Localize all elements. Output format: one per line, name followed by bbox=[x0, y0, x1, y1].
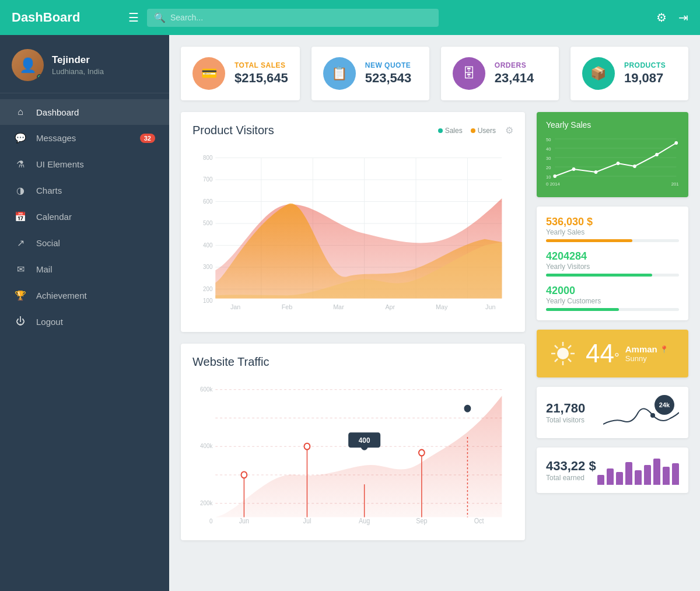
weather-unit: ° bbox=[614, 351, 620, 366]
svg-text:2014: 2014 bbox=[550, 181, 561, 187]
sidebar-nav: ⌂ Dashboard 💬 Messages 32 ⚗ UI Elements … bbox=[0, 93, 169, 340]
svg-line-81 bbox=[555, 359, 558, 362]
yearly-visitors-stat: 4204284 Yearly Visitors bbox=[546, 250, 679, 277]
sidebar-label-mail: Mail bbox=[36, 264, 155, 274]
svg-text:Oct: Oct bbox=[474, 517, 485, 525]
earned-bars-chart bbox=[597, 456, 679, 485]
sidebar-item-mail[interactable]: ✉ Mail bbox=[0, 256, 169, 282]
sidebar-label-ui-elements: UI Elements bbox=[36, 159, 155, 169]
earned-bar bbox=[663, 467, 670, 485]
yearly-stats-card: 536,030 $ Yearly Sales 4204284 Yearly Vi… bbox=[537, 207, 688, 320]
sidebar-item-dashboard[interactable]: ⌂ Dashboard bbox=[0, 99, 169, 125]
earned-bar bbox=[616, 472, 623, 485]
sidebar-icon-social: ↗ bbox=[14, 237, 27, 249]
user-location: Ludhiana, India bbox=[52, 67, 104, 76]
svg-text:2016: 2016 bbox=[671, 181, 679, 187]
earned-value: 433,22 $ bbox=[546, 459, 597, 474]
sidebar-label-social: Social bbox=[36, 238, 155, 248]
product-visitors-title: Product Visitors bbox=[192, 124, 274, 137]
weather-city: Amman bbox=[625, 344, 657, 354]
sidebar: 👤 Tejinder Ludhiana, India ⌂ Dashboard 💬… bbox=[0, 35, 169, 591]
stat-value-new-quote: 523,543 bbox=[365, 71, 412, 86]
sidebar-item-logout[interactable]: ⏻ Logout bbox=[0, 309, 169, 334]
stat-label-orders: ORDERS bbox=[495, 61, 534, 69]
sidebar-item-messages[interactable]: 💬 Messages 32 bbox=[0, 125, 169, 151]
svg-text:0: 0 bbox=[546, 181, 549, 187]
svg-point-49 bbox=[465, 405, 471, 412]
svg-text:Feb: Feb bbox=[282, 303, 293, 310]
sidebar-label-logout: Logout bbox=[36, 317, 155, 327]
svg-text:600: 600 bbox=[203, 198, 213, 204]
svg-text:500: 500 bbox=[203, 220, 213, 226]
stat-icon-total-sales: 💳 bbox=[192, 57, 225, 90]
menu-icon[interactable]: ☰ bbox=[128, 11, 139, 25]
avatar: 👤 bbox=[12, 49, 44, 81]
svg-text:100: 100 bbox=[203, 298, 213, 304]
user-name: Tejinder bbox=[52, 54, 104, 66]
topnav: DashBoard ☰ 🔍 ⚙ ⇥ bbox=[0, 0, 700, 35]
search-icon: 🔍 bbox=[154, 12, 166, 23]
search-bar[interactable]: 🔍 bbox=[147, 9, 439, 27]
visitors-mini-label: Total visitors bbox=[546, 416, 603, 424]
topnav-actions: ⚙ ⇥ bbox=[656, 11, 688, 25]
sidebar-label-messages: Messages bbox=[36, 133, 140, 143]
stat-value-orders: 23,414 bbox=[495, 71, 534, 86]
svg-point-70 bbox=[674, 141, 678, 145]
stat-card-products: 📦 PRODUCTS 19,087 bbox=[570, 47, 688, 100]
svg-point-65 bbox=[572, 167, 576, 171]
sidebar-item-achievement[interactable]: 🏆 Achievement bbox=[0, 282, 169, 309]
sidebar-label-calendar: Calendar bbox=[36, 212, 155, 222]
earned-bar bbox=[607, 468, 614, 485]
search-input[interactable] bbox=[170, 13, 432, 22]
svg-text:400: 400 bbox=[359, 436, 370, 445]
product-visitors-settings-icon[interactable]: ⚙ bbox=[505, 125, 513, 136]
sidebar-icon-logout: ⏻ bbox=[14, 316, 27, 327]
main-content: 💳 TOTAL SALES $215,645 📋 NEW QUOTE 523,5… bbox=[169, 35, 700, 591]
content-grid: Product Visitors Sales Users ⚙ bbox=[181, 112, 688, 540]
website-traffic-card: Website Traffic bbox=[181, 344, 525, 540]
svg-text:800: 800 bbox=[203, 154, 213, 160]
svg-line-80 bbox=[568, 345, 571, 348]
sidebar-item-calendar[interactable]: 📅 Calendar bbox=[0, 204, 169, 230]
svg-text:400: 400 bbox=[203, 242, 213, 248]
weather-sun-icon bbox=[548, 339, 578, 368]
yearly-sales-title: Yearly Sales bbox=[546, 120, 679, 130]
svg-text:0: 0 bbox=[209, 518, 213, 525]
sidebar-icon-achievement: 🏆 bbox=[14, 290, 27, 301]
svg-point-64 bbox=[553, 174, 556, 178]
earned-bar bbox=[672, 463, 679, 485]
weather-temp: 44 bbox=[586, 341, 614, 366]
sidebar-icon-messages: 💬 bbox=[14, 132, 27, 144]
stat-label-total-sales: TOTAL SALES bbox=[235, 61, 288, 69]
sidebar-profile: 👤 Tejinder Ludhiana, India bbox=[0, 35, 169, 93]
website-traffic-title: Website Traffic bbox=[192, 355, 270, 369]
settings-icon[interactable]: ⚙ bbox=[656, 11, 667, 25]
earned-bar bbox=[635, 470, 642, 485]
sidebar-item-charts[interactable]: ◑ Charts bbox=[0, 177, 169, 204]
left-column: Product Visitors Sales Users ⚙ bbox=[181, 112, 525, 540]
sidebar-item-ui-elements[interactable]: ⚗ UI Elements bbox=[0, 151, 169, 177]
sidebar-item-social[interactable]: ↗ Social bbox=[0, 230, 169, 256]
svg-point-69 bbox=[655, 153, 659, 156]
weather-desc: Sunny bbox=[625, 354, 668, 363]
logout-icon[interactable]: ⇥ bbox=[678, 11, 688, 25]
stat-label-new-quote: NEW QUOTE bbox=[365, 61, 412, 69]
yearly-customers-stat: 42000 Yearly Customers bbox=[546, 285, 679, 311]
svg-point-67 bbox=[617, 162, 620, 165]
stat-icon-products: 📦 bbox=[582, 57, 615, 90]
earned-bar bbox=[653, 459, 660, 485]
earned-bar bbox=[597, 475, 604, 485]
earned-bar bbox=[644, 465, 651, 485]
visitors-mini-card: 21,780 Total visitors 24k bbox=[537, 387, 688, 438]
svg-text:200: 200 bbox=[203, 285, 213, 292]
earned-card: 433,22 $ Total earned bbox=[537, 447, 688, 493]
stat-cards: 💳 TOTAL SALES $215,645 📋 NEW QUOTE 523,5… bbox=[181, 47, 688, 100]
svg-text:200k: 200k bbox=[200, 499, 213, 506]
svg-text:600k: 600k bbox=[200, 386, 213, 393]
svg-point-45 bbox=[241, 472, 247, 478]
svg-line-79 bbox=[568, 359, 571, 362]
sidebar-icon-charts: ◑ bbox=[14, 185, 27, 196]
stat-icon-new-quote: 📋 bbox=[323, 57, 356, 90]
svg-point-46 bbox=[304, 443, 310, 450]
yearly-sales-stat: 536,030 $ Yearly Sales bbox=[546, 216, 679, 242]
